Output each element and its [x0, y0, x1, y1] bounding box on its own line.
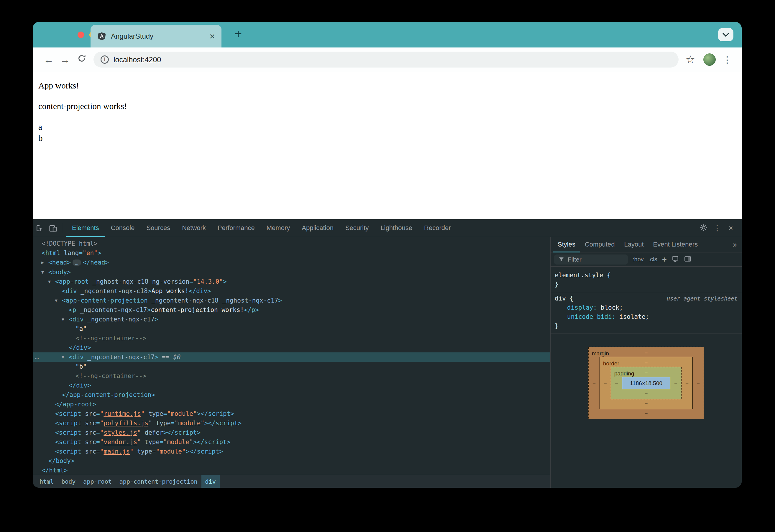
styles-filter-input[interactable]: Filter — [554, 254, 628, 264]
tree-row[interactable]: ▼<body> — [33, 268, 550, 277]
tab-search-button[interactable] — [718, 28, 733, 41]
devtools-tab-lighthouse[interactable]: Lighthouse — [374, 219, 418, 237]
box-model: margin border padding 1186×18.500 −−−− −… — [551, 334, 742, 432]
tree-row[interactable]: <script src="styles.js" defer></script> — [33, 428, 550, 437]
tree-row[interactable]: <div _ngcontent-nqx-c18>App works!</div> — [33, 287, 550, 296]
inspect-element-button[interactable] — [33, 219, 46, 237]
tree-row[interactable]: <p _ngcontent-nqx-c17>content-projection… — [33, 305, 550, 315]
style-rule[interactable]: div {user agent stylesheetdisplay: block… — [551, 292, 742, 334]
breadcrumb-item-app-content-projection[interactable]: app-content-projection — [116, 475, 201, 488]
tree-row[interactable]: <!DOCTYPE html> — [33, 239, 550, 248]
bookmark-star-button[interactable]: ☆ — [686, 53, 695, 66]
new-style-rule-button[interactable]: + — [662, 255, 667, 264]
box-model-value-dash: − — [644, 368, 648, 378]
tree-row[interactable]: <script src="polyfills.js" type="module"… — [33, 419, 550, 428]
new-tab-button[interactable]: + — [231, 27, 246, 41]
expand-arrow-icon[interactable]: ▶ — [41, 258, 44, 267]
paint-panel-icon — [672, 255, 679, 263]
reload-button[interactable] — [73, 54, 90, 65]
forward-button[interactable]: → — [57, 54, 73, 65]
sidebar-tab-layout[interactable]: Layout — [619, 237, 648, 252]
box-model-margin[interactable]: margin border padding 1186×18.500 −−−− −… — [588, 347, 704, 419]
devtools-tab-sources[interactable]: Sources — [140, 219, 176, 237]
styles-filter-bar: Filter :hov .cls + — [551, 252, 742, 267]
tree-row[interactable]: <script src="vendor.js" type="module"></… — [33, 437, 550, 447]
back-button[interactable]: ← — [40, 54, 57, 65]
breadcrumb-item-div[interactable]: div — [201, 475, 220, 488]
tree-row[interactable]: <!--ng-container--> — [33, 334, 550, 343]
row-menu-dots[interactable]: … — [35, 353, 39, 362]
collapse-arrow-icon[interactable]: ▼ — [62, 315, 64, 324]
box-model-content-size[interactable]: 1186×18.500 — [622, 377, 670, 389]
devtools-tab-console[interactable]: Console — [105, 219, 141, 237]
site-info-icon[interactable]: i — [101, 55, 109, 64]
device-toolbar-button[interactable] — [46, 219, 60, 237]
page-line-b: b — [38, 132, 742, 144]
devtools-settings-button[interactable] — [697, 223, 710, 233]
devtools-tab-recorder[interactable]: Recorder — [418, 219, 457, 237]
breadcrumb-item-body[interactable]: body — [57, 475, 79, 488]
tree-row[interactable]: </div> — [33, 343, 550, 353]
devtools-tab-security[interactable]: Security — [339, 219, 374, 237]
css-property[interactable]: unicode-bidi: isolate; — [555, 312, 738, 322]
breadcrumb-item-html[interactable]: html — [36, 475, 57, 488]
devtools-tab-performance[interactable]: Performance — [212, 219, 261, 237]
tree-row[interactable]: …▼<div _ngcontent-nqx-c17> == $0 — [33, 353, 550, 362]
toggle-class-button[interactable]: .cls — [649, 256, 657, 263]
sidebar-tab-computed[interactable]: Computed — [580, 237, 620, 252]
devtools-tab-network[interactable]: Network — [176, 219, 212, 237]
stylesheet-origin-note: user agent stylesheet — [661, 294, 738, 303]
sidebar-tab-event-listeners[interactable]: Event Listeners — [649, 237, 703, 252]
css-property[interactable]: display: block; — [555, 303, 738, 312]
collapse-arrow-icon[interactable]: ▼ — [55, 296, 57, 305]
toggle-sidebar-button[interactable] — [684, 255, 692, 264]
tree-row[interactable]: </div> — [33, 381, 550, 390]
box-model-value-dash: − — [697, 379, 700, 388]
tree-row[interactable]: <!--ng-container--> — [33, 371, 550, 381]
toggle-hover-state-button[interactable]: :hov — [633, 256, 644, 263]
tree-row[interactable]: ▼<app-content-projection _ngcontent-nqx-… — [33, 296, 550, 305]
breadcrumb: htmlbodyapp-rootapp-content-projectiondi… — [33, 475, 550, 488]
more-tabs-button[interactable]: » — [733, 240, 742, 249]
tree-row[interactable]: "a" — [33, 324, 550, 334]
profile-avatar[interactable] — [703, 53, 716, 66]
devtools-close-button[interactable]: × — [725, 223, 737, 233]
tab-title: AngularStudy — [111, 32, 209, 40]
tree-row[interactable]: ▶<head>…</head> — [33, 258, 550, 268]
page-line-projection: content-projection works! — [38, 100, 742, 112]
sidebar-tab-styles[interactable]: Styles — [553, 237, 580, 252]
filter-placeholder: Filter — [568, 256, 582, 263]
url-input[interactable]: i localhost:4200 — [93, 52, 679, 67]
devtools-menu-button[interactable]: ⋮ — [711, 223, 723, 233]
devtools-tab-elements[interactable]: Elements — [66, 219, 105, 237]
collapse-arrow-icon[interactable]: ▼ — [62, 353, 64, 362]
url-text: localhost:4200 — [113, 55, 161, 64]
page-line-a: a — [38, 121, 742, 132]
rendering-emulation-button[interactable] — [672, 255, 679, 264]
box-model-padding[interactable]: padding 1186×18.500 −−−− — [611, 367, 682, 399]
tree-row[interactable]: </html> — [33, 466, 550, 475]
gear-icon — [700, 223, 708, 232]
styles-sidebar-tabs: StylesComputedLayoutEvent Listeners» — [551, 237, 742, 252]
close-window-button[interactable] — [78, 32, 84, 38]
browser-tab[interactable]: AngularStudy × — [90, 25, 221, 47]
tree-row[interactable]: ▼<div _ngcontent-nqx-c17> — [33, 315, 550, 324]
devtools-toolbar: ElementsConsoleSourcesNetworkPerformance… — [33, 219, 742, 237]
tree-row[interactable]: <html lang="en"> — [33, 248, 550, 258]
devtools-tab-memory[interactable]: Memory — [261, 219, 296, 237]
tab-close-button[interactable]: × — [209, 32, 215, 41]
devtools-tab-application[interactable]: Application — [296, 219, 339, 237]
tree-row[interactable]: </app-root> — [33, 400, 550, 409]
tree-row[interactable]: "b" — [33, 362, 550, 371]
breadcrumb-item-app-root[interactable]: app-root — [79, 475, 115, 488]
style-rule[interactable]: element.style {} — [551, 269, 742, 292]
tree-row[interactable]: ▼<app-root _nghost-nqx-c18 ng-version="1… — [33, 277, 550, 287]
tree-row[interactable]: <script src="main.js" type="module"></sc… — [33, 447, 550, 456]
browser-menu-button[interactable]: ⋮ — [723, 55, 732, 65]
box-model-border[interactable]: border padding 1186×18.500 −−−− −−−− — [600, 357, 693, 409]
collapse-arrow-icon[interactable]: ▼ — [48, 277, 51, 287]
tree-row[interactable]: </body> — [33, 456, 550, 466]
collapse-arrow-icon[interactable]: ▼ — [41, 268, 44, 277]
tree-row[interactable]: <script src="runtime.js" type="module"><… — [33, 409, 550, 419]
tree-row[interactable]: </app-content-projection> — [33, 390, 550, 400]
